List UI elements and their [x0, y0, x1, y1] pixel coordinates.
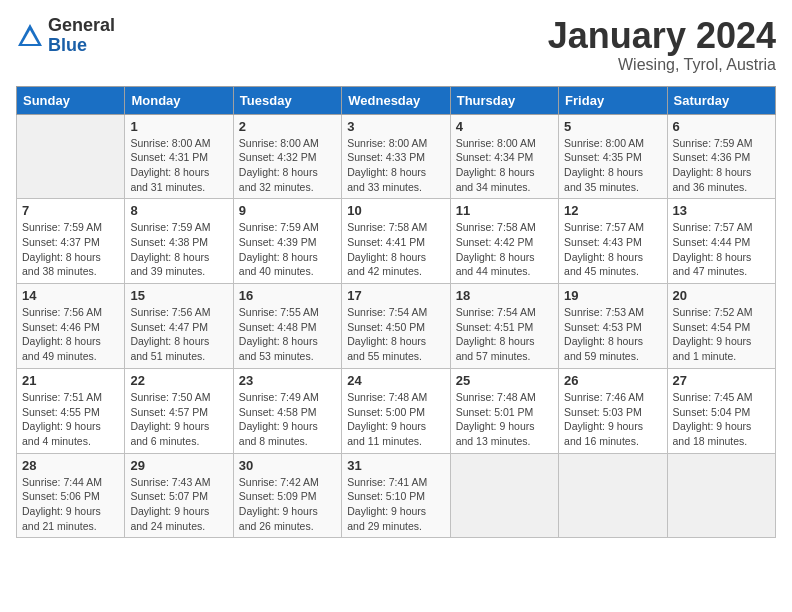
day-number: 9	[239, 203, 336, 218]
day-detail: Sunrise: 7:58 AMSunset: 4:41 PMDaylight:…	[347, 220, 444, 279]
day-number: 26	[564, 373, 661, 388]
calendar-cell: 15Sunrise: 7:56 AMSunset: 4:47 PMDayligh…	[125, 284, 233, 369]
day-number: 30	[239, 458, 336, 473]
day-number: 25	[456, 373, 553, 388]
day-detail: Sunrise: 8:00 AMSunset: 4:31 PMDaylight:…	[130, 136, 227, 195]
calendar-cell: 20Sunrise: 7:52 AMSunset: 4:54 PMDayligh…	[667, 284, 775, 369]
calendar-cell: 28Sunrise: 7:44 AMSunset: 5:06 PMDayligh…	[17, 453, 125, 538]
title-area: January 2024 Wiesing, Tyrol, Austria	[548, 16, 776, 74]
calendar-header-monday: Monday	[125, 86, 233, 114]
calendar-cell: 5Sunrise: 8:00 AMSunset: 4:35 PMDaylight…	[559, 114, 667, 199]
day-detail: Sunrise: 7:54 AMSunset: 4:51 PMDaylight:…	[456, 305, 553, 364]
day-number: 1	[130, 119, 227, 134]
day-number: 7	[22, 203, 119, 218]
calendar-week-2: 7Sunrise: 7:59 AMSunset: 4:37 PMDaylight…	[17, 199, 776, 284]
day-number: 20	[673, 288, 770, 303]
calendar-cell: 31Sunrise: 7:41 AMSunset: 5:10 PMDayligh…	[342, 453, 450, 538]
calendar-cell: 11Sunrise: 7:58 AMSunset: 4:42 PMDayligh…	[450, 199, 558, 284]
calendar-cell: 30Sunrise: 7:42 AMSunset: 5:09 PMDayligh…	[233, 453, 341, 538]
day-number: 12	[564, 203, 661, 218]
calendar-week-4: 21Sunrise: 7:51 AMSunset: 4:55 PMDayligh…	[17, 368, 776, 453]
calendar-header-tuesday: Tuesday	[233, 86, 341, 114]
calendar-cell	[667, 453, 775, 538]
day-detail: Sunrise: 7:59 AMSunset: 4:37 PMDaylight:…	[22, 220, 119, 279]
day-number: 11	[456, 203, 553, 218]
day-number: 8	[130, 203, 227, 218]
calendar-cell: 29Sunrise: 7:43 AMSunset: 5:07 PMDayligh…	[125, 453, 233, 538]
calendar-cell: 21Sunrise: 7:51 AMSunset: 4:55 PMDayligh…	[17, 368, 125, 453]
day-detail: Sunrise: 7:49 AMSunset: 4:58 PMDaylight:…	[239, 390, 336, 449]
calendar-header-sunday: Sunday	[17, 86, 125, 114]
day-detail: Sunrise: 7:43 AMSunset: 5:07 PMDaylight:…	[130, 475, 227, 534]
day-number: 5	[564, 119, 661, 134]
calendar-cell: 3Sunrise: 8:00 AMSunset: 4:33 PMDaylight…	[342, 114, 450, 199]
month-title: January 2024	[548, 16, 776, 56]
day-number: 18	[456, 288, 553, 303]
day-detail: Sunrise: 7:53 AMSunset: 4:53 PMDaylight:…	[564, 305, 661, 364]
calendar-header-row: SundayMondayTuesdayWednesdayThursdayFrid…	[17, 86, 776, 114]
calendar-cell: 16Sunrise: 7:55 AMSunset: 4:48 PMDayligh…	[233, 284, 341, 369]
calendar-cell: 2Sunrise: 8:00 AMSunset: 4:32 PMDaylight…	[233, 114, 341, 199]
day-detail: Sunrise: 7:59 AMSunset: 4:38 PMDaylight:…	[130, 220, 227, 279]
calendar-header-wednesday: Wednesday	[342, 86, 450, 114]
day-detail: Sunrise: 7:55 AMSunset: 4:48 PMDaylight:…	[239, 305, 336, 364]
calendar-header-thursday: Thursday	[450, 86, 558, 114]
calendar-cell: 9Sunrise: 7:59 AMSunset: 4:39 PMDaylight…	[233, 199, 341, 284]
header: General Blue January 2024 Wiesing, Tyrol…	[16, 16, 776, 74]
calendar-cell: 14Sunrise: 7:56 AMSunset: 4:46 PMDayligh…	[17, 284, 125, 369]
calendar-cell: 7Sunrise: 7:59 AMSunset: 4:37 PMDaylight…	[17, 199, 125, 284]
calendar-cell: 27Sunrise: 7:45 AMSunset: 5:04 PMDayligh…	[667, 368, 775, 453]
day-number: 19	[564, 288, 661, 303]
calendar-week-3: 14Sunrise: 7:56 AMSunset: 4:46 PMDayligh…	[17, 284, 776, 369]
calendar-cell: 12Sunrise: 7:57 AMSunset: 4:43 PMDayligh…	[559, 199, 667, 284]
day-detail: Sunrise: 8:00 AMSunset: 4:35 PMDaylight:…	[564, 136, 661, 195]
day-detail: Sunrise: 7:58 AMSunset: 4:42 PMDaylight:…	[456, 220, 553, 279]
calendar-table: SundayMondayTuesdayWednesdayThursdayFrid…	[16, 86, 776, 539]
day-number: 24	[347, 373, 444, 388]
calendar-cell	[450, 453, 558, 538]
calendar-header-friday: Friday	[559, 86, 667, 114]
calendar-body: 1Sunrise: 8:00 AMSunset: 4:31 PMDaylight…	[17, 114, 776, 538]
calendar-cell: 6Sunrise: 7:59 AMSunset: 4:36 PMDaylight…	[667, 114, 775, 199]
day-number: 31	[347, 458, 444, 473]
day-detail: Sunrise: 7:56 AMSunset: 4:47 PMDaylight:…	[130, 305, 227, 364]
day-detail: Sunrise: 7:48 AMSunset: 5:01 PMDaylight:…	[456, 390, 553, 449]
day-detail: Sunrise: 7:54 AMSunset: 4:50 PMDaylight:…	[347, 305, 444, 364]
day-number: 13	[673, 203, 770, 218]
day-detail: Sunrise: 7:56 AMSunset: 4:46 PMDaylight:…	[22, 305, 119, 364]
day-number: 2	[239, 119, 336, 134]
day-detail: Sunrise: 7:57 AMSunset: 4:43 PMDaylight:…	[564, 220, 661, 279]
day-number: 10	[347, 203, 444, 218]
calendar-cell: 22Sunrise: 7:50 AMSunset: 4:57 PMDayligh…	[125, 368, 233, 453]
day-number: 6	[673, 119, 770, 134]
logo-icon	[16, 22, 44, 50]
day-number: 22	[130, 373, 227, 388]
calendar-cell	[559, 453, 667, 538]
logo: General Blue	[16, 16, 115, 56]
day-detail: Sunrise: 7:42 AMSunset: 5:09 PMDaylight:…	[239, 475, 336, 534]
calendar-cell: 17Sunrise: 7:54 AMSunset: 4:50 PMDayligh…	[342, 284, 450, 369]
calendar-cell: 8Sunrise: 7:59 AMSunset: 4:38 PMDaylight…	[125, 199, 233, 284]
day-number: 23	[239, 373, 336, 388]
calendar-week-1: 1Sunrise: 8:00 AMSunset: 4:31 PMDaylight…	[17, 114, 776, 199]
calendar-cell: 26Sunrise: 7:46 AMSunset: 5:03 PMDayligh…	[559, 368, 667, 453]
calendar-cell: 19Sunrise: 7:53 AMSunset: 4:53 PMDayligh…	[559, 284, 667, 369]
calendar-header-saturday: Saturday	[667, 86, 775, 114]
calendar-cell: 23Sunrise: 7:49 AMSunset: 4:58 PMDayligh…	[233, 368, 341, 453]
day-number: 3	[347, 119, 444, 134]
calendar-cell: 24Sunrise: 7:48 AMSunset: 5:00 PMDayligh…	[342, 368, 450, 453]
logo-general-text: General	[48, 15, 115, 35]
day-detail: Sunrise: 8:00 AMSunset: 4:33 PMDaylight:…	[347, 136, 444, 195]
day-detail: Sunrise: 7:59 AMSunset: 4:39 PMDaylight:…	[239, 220, 336, 279]
logo-blue-text: Blue	[48, 35, 87, 55]
calendar-week-5: 28Sunrise: 7:44 AMSunset: 5:06 PMDayligh…	[17, 453, 776, 538]
calendar-cell: 1Sunrise: 8:00 AMSunset: 4:31 PMDaylight…	[125, 114, 233, 199]
day-detail: Sunrise: 7:44 AMSunset: 5:06 PMDaylight:…	[22, 475, 119, 534]
day-detail: Sunrise: 7:46 AMSunset: 5:03 PMDaylight:…	[564, 390, 661, 449]
day-number: 28	[22, 458, 119, 473]
day-detail: Sunrise: 7:50 AMSunset: 4:57 PMDaylight:…	[130, 390, 227, 449]
day-number: 15	[130, 288, 227, 303]
day-number: 21	[22, 373, 119, 388]
day-detail: Sunrise: 7:45 AMSunset: 5:04 PMDaylight:…	[673, 390, 770, 449]
calendar-cell	[17, 114, 125, 199]
